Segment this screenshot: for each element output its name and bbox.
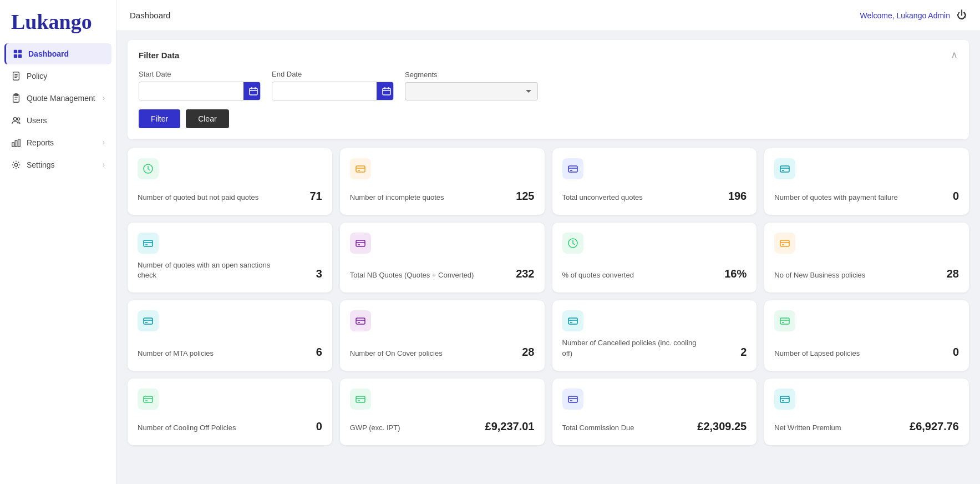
- card-bottom: Number of incomplete quotes 125: [350, 190, 535, 203]
- card-value: 2: [740, 346, 747, 359]
- card-bottom: Number of Lapsed policies 0: [774, 346, 959, 359]
- metric-card: Number of Cancelled policies (inc. cooli…: [552, 300, 757, 370]
- metric-card: % of quotes converted 16%: [552, 223, 757, 293]
- filter-button[interactable]: Filter: [139, 109, 180, 128]
- end-date-input-wrap: [272, 82, 394, 100]
- svg-rect-18: [250, 88, 257, 95]
- card-icon: [779, 163, 790, 174]
- card-icon-wrap: [138, 389, 159, 410]
- content-area: Filter Data ∧ Start Date: [116, 31, 980, 484]
- card-value: £9,237.01: [485, 420, 535, 433]
- metric-card: Number of Cooling Off Policies 0: [128, 379, 332, 445]
- svg-rect-43: [780, 240, 789, 246]
- card-icon: [355, 315, 366, 326]
- card-icon-wrap: [774, 233, 795, 254]
- sidebar-item-label: Policy: [27, 72, 47, 80]
- card-icon-wrap: [562, 310, 583, 331]
- filter-collapse-icon[interactable]: ∧: [951, 49, 958, 61]
- card-bottom: Number of MTA policies 6: [138, 346, 322, 359]
- svg-rect-22: [383, 88, 390, 95]
- segments-select[interactable]: [405, 82, 538, 100]
- gear-icon: [11, 160, 21, 170]
- card-bottom: GWP (exc. IPT) £9,237.01: [350, 420, 535, 433]
- clock-icon: [143, 163, 154, 174]
- sidebar-item-label: Dashboard: [28, 49, 69, 58]
- sidebar-item-users[interactable]: Users: [4, 110, 111, 131]
- card-label: No of New Business policies: [774, 270, 865, 280]
- card-icon: [143, 394, 154, 405]
- card-label: Total unconverted quotes: [562, 193, 643, 203]
- svg-rect-33: [780, 166, 789, 172]
- start-date-calendar-button[interactable]: [243, 82, 261, 100]
- chevron-right-icon: ›: [103, 139, 105, 147]
- card-label: Number of incomplete quotes: [350, 193, 444, 203]
- card-value: 71: [310, 190, 322, 203]
- card-bottom: Number of Cooling Off Policies 0: [138, 420, 322, 433]
- card-icon-wrap: [562, 158, 583, 179]
- card-bottom: % of quotes converted 16%: [562, 268, 747, 280]
- sidebar-item-policy[interactable]: Policy: [4, 65, 111, 87]
- file-icon: [11, 71, 21, 81]
- clear-button[interactable]: Clear: [186, 109, 229, 128]
- card-label: Number of Cooling Off Policies: [138, 423, 236, 433]
- sidebar-item-label: Settings: [27, 160, 55, 169]
- metric-card: Number of incomplete quotes 125: [340, 148, 545, 215]
- svg-rect-64: [568, 396, 577, 402]
- card-icon: [143, 315, 154, 326]
- svg-rect-55: [780, 318, 789, 324]
- card-icon: [779, 238, 790, 249]
- logo-text: Lukango: [11, 11, 105, 32]
- card-label: Number of MTA policies: [138, 349, 214, 359]
- sidebar-item-reports[interactable]: Reports ›: [4, 132, 111, 153]
- card-bottom: Total unconverted quotes 196: [562, 190, 747, 203]
- card-icon-wrap: [774, 389, 795, 410]
- start-date-field: Start Date: [139, 70, 261, 100]
- sidebar-item-quote-management[interactable]: Quote Management ›: [4, 88, 111, 109]
- sidebar-item-dashboard[interactable]: Dashboard: [4, 43, 111, 64]
- welcome-text: Welcome, Lukango Admin: [860, 11, 950, 20]
- card-icon: [355, 163, 366, 174]
- metric-card: Number of On Cover policies 28: [340, 300, 545, 370]
- card-bottom: Number of On Cover policies 28: [350, 346, 535, 359]
- segments-field: Segments: [405, 70, 538, 100]
- sidebar-item-label: Quote Management: [27, 94, 95, 103]
- sidebar-item-label: Users: [27, 116, 47, 125]
- card-icon-wrap: [562, 233, 583, 254]
- start-date-input[interactable]: [139, 83, 243, 100]
- end-date-label: End Date: [272, 70, 394, 78]
- card-value: £6,927.76: [910, 420, 959, 433]
- card-bottom: No of New Business policies 28: [774, 268, 959, 280]
- card-label: Number of quotes with payment failure: [774, 193, 898, 203]
- metric-card: Net Written Premium £6,927.76: [764, 379, 969, 445]
- start-date-input-wrap: [139, 82, 261, 100]
- segments-label: Segments: [405, 70, 538, 79]
- users-icon: [11, 115, 21, 125]
- filter-panel: Filter Data ∧ Start Date: [128, 40, 969, 139]
- clipboard-icon: [11, 93, 21, 103]
- card-label: Total NB Quotes (Quotes + Converted): [350, 270, 474, 280]
- filter-header: Filter Data ∧: [139, 49, 958, 61]
- sidebar-item-settings[interactable]: Settings ›: [4, 154, 111, 175]
- card-bottom: Total NB Quotes (Quotes + Converted) 232: [350, 268, 535, 280]
- card-bottom: Net Written Premium £6,927.76: [774, 420, 959, 433]
- card-value: 3: [316, 268, 322, 280]
- svg-rect-46: [144, 318, 153, 324]
- filter-row: Start Date En: [139, 70, 958, 100]
- card-bottom: Total Commission Due £2,309.25: [562, 420, 747, 433]
- svg-rect-30: [568, 166, 577, 172]
- card-value: 0: [953, 190, 959, 203]
- card-icon: [567, 394, 578, 405]
- card-icon: [567, 315, 578, 326]
- calendar-icon: [382, 87, 391, 95]
- end-date-input[interactable]: [272, 83, 377, 100]
- end-date-calendar-button[interactable]: [377, 82, 394, 100]
- cards-grid: Number of quoted but not paid quotes 71 …: [128, 148, 969, 445]
- power-icon[interactable]: ⏻: [957, 9, 967, 21]
- svg-rect-52: [568, 318, 577, 324]
- svg-rect-16: [18, 139, 21, 147]
- card-label: Total Commission Due: [562, 423, 634, 433]
- sidebar-nav: Dashboard Policy Quote Management › User…: [0, 43, 116, 175]
- metric-card: Number of Lapsed policies 0: [764, 300, 969, 370]
- card-label: % of quotes converted: [562, 270, 634, 280]
- card-icon: [355, 394, 366, 405]
